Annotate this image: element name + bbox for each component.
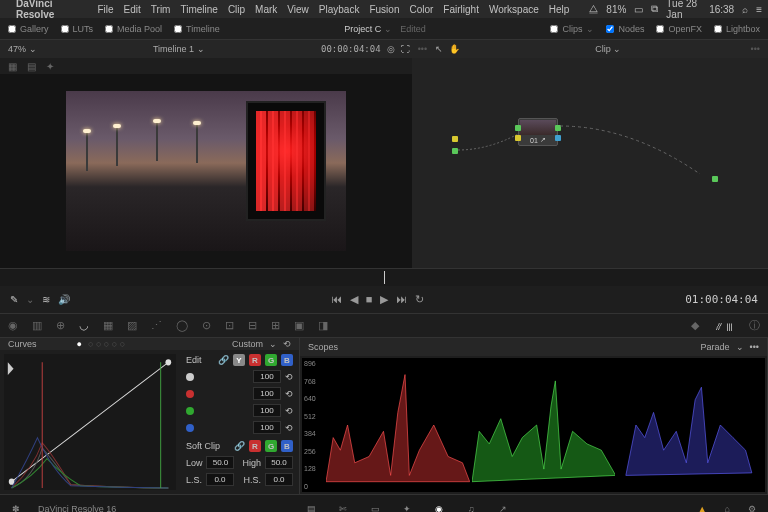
link-icon[interactable]: 🔗 (218, 355, 229, 365)
openfx-toggle[interactable] (656, 25, 664, 33)
wand-icon[interactable]: ⋰ (151, 319, 162, 332)
zoom-dropdown[interactable]: 47% ⌄ (8, 44, 37, 54)
settings-gear-icon[interactable]: ⚙ (748, 504, 756, 513)
menu-file[interactable]: File (97, 4, 113, 15)
mediapool-toggle[interactable] (105, 25, 113, 33)
clips-label[interactable]: Clips (562, 24, 582, 34)
menu-icon[interactable]: ≡ (756, 4, 762, 15)
clips-toggle[interactable] (550, 25, 558, 33)
menu-clip[interactable]: Clip (228, 4, 245, 15)
clip-dropdown[interactable]: Clip (595, 44, 611, 54)
luts-label[interactable]: LUTs (73, 24, 94, 34)
timeline-title[interactable]: Timeline 1 (153, 44, 194, 54)
blur-icon[interactable]: ⊡ (225, 319, 234, 332)
nodes-more-icon[interactable]: ••• (751, 44, 760, 54)
reset-red-icon[interactable]: ⟲ (285, 389, 293, 399)
sc-chip-b[interactable]: B (281, 440, 293, 452)
wifi-icon[interactable]: ⧋ (589, 3, 598, 15)
eyedropper-icon[interactable]: ✎ (10, 294, 18, 305)
menu-edit[interactable]: Edit (124, 4, 141, 15)
cut-page-icon[interactable]: ✄ (336, 502, 350, 513)
fusion-page-icon[interactable]: ✦ (400, 502, 414, 513)
plus-icon[interactable]: ⊕ (56, 319, 65, 332)
lightbox-toggle[interactable] (714, 25, 722, 33)
reset-blue-icon[interactable]: ⟲ (285, 423, 293, 433)
menu-mark[interactable]: Mark (255, 4, 277, 15)
stop-button[interactable]: ■ (366, 293, 373, 306)
viewer-icon-1[interactable]: ▦ (8, 61, 17, 72)
scope-display[interactable]: 896 768 640 512 384 256 128 0 (302, 358, 765, 492)
ls-val[interactable] (206, 473, 234, 486)
play-button[interactable]: ▶ (380, 293, 388, 306)
fairlight-page-icon[interactable]: ♫ (464, 502, 478, 513)
bars-icon[interactable]: ▥ (32, 319, 42, 332)
lightbox-label[interactable]: Lightbox (726, 24, 760, 34)
home-icon[interactable]: ⌂ (725, 504, 730, 513)
camera-icon[interactable]: ◨ (318, 319, 328, 332)
info-icon[interactable]: ⓘ (749, 318, 760, 333)
val-white[interactable] (253, 370, 281, 383)
menu-timeline[interactable]: Timeline (180, 4, 217, 15)
curve-icon[interactable]: ◡ (79, 319, 89, 332)
menu-fusion[interactable]: Fusion (369, 4, 399, 15)
sc-chip-g[interactable]: G (265, 440, 277, 452)
viewer-canvas[interactable] (0, 74, 412, 268)
openfx-label[interactable]: OpenFX (668, 24, 702, 34)
loop-button[interactable]: ↻ (415, 293, 424, 306)
curves-mode[interactable]: Custom (232, 339, 263, 349)
gallery-toggle[interactable] (8, 25, 16, 33)
scopes-mode[interactable]: Parade (701, 342, 730, 352)
prev-button[interactable]: ◀ (350, 293, 358, 306)
viewer-icon-3[interactable]: ✦ (46, 61, 54, 72)
timeline-toggle[interactable] (174, 25, 182, 33)
nodes-label[interactable]: Nodes (618, 24, 644, 34)
waveform-icon[interactable]: ⫽⫼ (713, 320, 735, 332)
resolve-logo-icon[interactable]: ✽ (12, 504, 20, 513)
edit-page-icon[interactable]: ▭ (368, 502, 382, 513)
luts-toggle[interactable] (61, 25, 69, 33)
menu-workspace[interactable]: Workspace (489, 4, 539, 15)
warp-icon[interactable]: ▦ (103, 319, 113, 332)
qualifier-icon[interactable]: ▨ (127, 319, 137, 332)
mediapool-label[interactable]: Media Pool (117, 24, 162, 34)
wheel-icon[interactable]: ◉ (8, 319, 18, 332)
media-page-icon[interactable]: ▤ (304, 502, 318, 513)
curves-reset-icon[interactable]: ⟲ (283, 339, 291, 349)
scrub-bar[interactable] (0, 268, 768, 286)
speaker-icon[interactable]: 🔊 (58, 294, 70, 305)
menu-view[interactable]: View (287, 4, 309, 15)
curve-graph[interactable] (4, 354, 176, 490)
chip-g[interactable]: G (265, 354, 277, 366)
reset-white-icon[interactable]: ⟲ (285, 372, 293, 382)
chip-r[interactable]: R (249, 354, 261, 366)
val-green[interactable] (253, 404, 281, 417)
hand-icon[interactable]: ✋ (449, 44, 460, 54)
menubar-date[interactable]: Tue 28 Jan (666, 0, 701, 20)
viewer-timecode[interactable]: 00:00:04:04 (321, 44, 381, 54)
warning-icon[interactable]: ▲ (698, 504, 707, 513)
last-frame-button[interactable]: ⏭ (396, 293, 407, 306)
expand-icon[interactable]: ⛶ (401, 44, 410, 54)
dot-red[interactable] (186, 390, 194, 398)
timeline-label[interactable]: Timeline (186, 24, 220, 34)
3d-icon[interactable]: ▣ (294, 319, 304, 332)
app-menu[interactable]: DaVinci Resolve (16, 0, 87, 20)
pointer-icon[interactable]: ↖ (435, 44, 443, 54)
menu-help[interactable]: Help (549, 4, 570, 15)
nodes-toggle[interactable] (606, 25, 614, 33)
chip-y[interactable]: Y (233, 354, 245, 366)
viewer-opt-icon[interactable]: ◎ (387, 44, 395, 54)
search-icon[interactable]: ⌕ (742, 4, 748, 15)
dot-white[interactable] (186, 373, 194, 381)
layers-icon[interactable]: ≋ (42, 294, 50, 305)
high-val[interactable] (265, 456, 293, 469)
menu-trim[interactable]: Trim (151, 4, 171, 15)
tracker-icon[interactable]: ⊙ (202, 319, 211, 332)
dot-blue[interactable] (186, 424, 194, 432)
val-red[interactable] (253, 387, 281, 400)
scopes-more-icon[interactable]: ••• (750, 342, 759, 352)
key-icon[interactable]: ⊟ (248, 319, 257, 332)
menu-fairlight[interactable]: Fairlight (443, 4, 479, 15)
val-blue[interactable] (253, 421, 281, 434)
dot-green[interactable] (186, 407, 194, 415)
